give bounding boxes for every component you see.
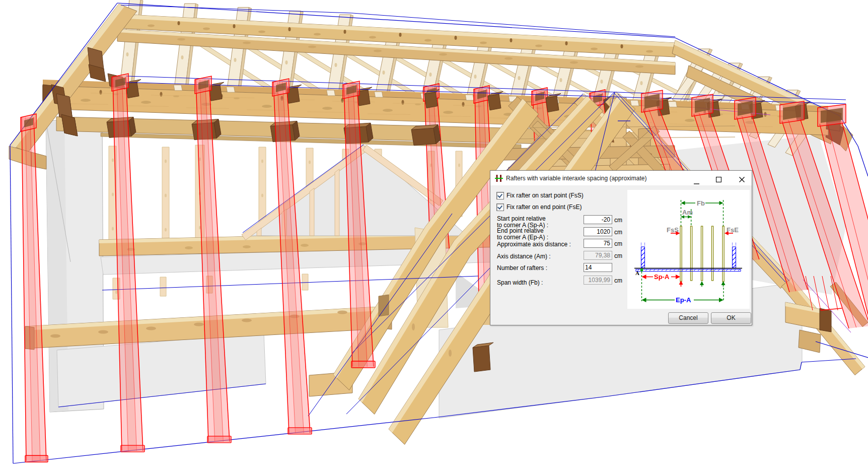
svg-text:Sp-A: Sp-A — [654, 273, 670, 281]
svg-text:Fb: Fb — [697, 199, 705, 207]
svg-text:Ep-A: Ep-A — [676, 296, 691, 304]
svg-text:Am: Am — [682, 209, 693, 216]
svg-text:A: A — [635, 270, 639, 276]
